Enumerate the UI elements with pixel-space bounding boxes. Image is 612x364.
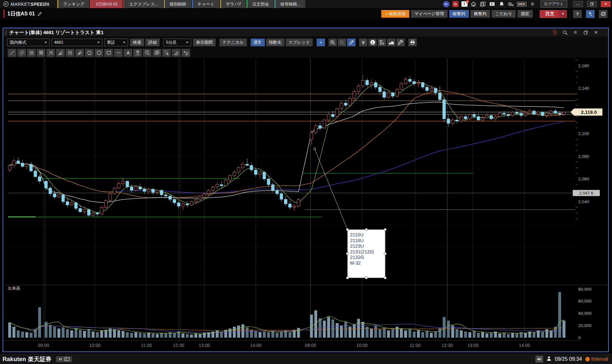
angle-lines-tool[interactable] bbox=[75, 49, 84, 57]
fan-lines-tool[interactable] bbox=[56, 49, 65, 57]
taskbar-buttons[interactable] bbox=[56, 356, 72, 362]
eraser-tool[interactable] bbox=[172, 49, 181, 57]
app-tab[interactable]: 保有銘柄... bbox=[274, 0, 305, 8]
mode-indexed-button[interactable]: 指数化 bbox=[266, 39, 284, 46]
period-button[interactable]: 表示期間 bbox=[193, 39, 216, 46]
app-restore-button[interactable] bbox=[587, 1, 597, 7]
print-button[interactable] bbox=[408, 39, 417, 46]
annotation-handle[interactable] bbox=[384, 228, 386, 231]
search-icon[interactable] bbox=[562, 29, 568, 36]
mode-normal-button[interactable]: 通常 bbox=[251, 39, 265, 46]
workspace-button[interactable]: こだわり bbox=[492, 10, 516, 18]
order-button[interactable]: 注文▼ bbox=[540, 10, 567, 18]
info-button[interactable]: i bbox=[368, 39, 377, 46]
fibonacci-arc-tool[interactable] bbox=[46, 49, 55, 57]
workspace-button[interactable]: マイページ管理 bbox=[411, 10, 448, 18]
parallel-lines-tool[interactable] bbox=[17, 49, 26, 57]
menu-icon[interactable]: ≡ bbox=[529, 1, 536, 7]
panel-view-icon[interactable] bbox=[64, 357, 70, 361]
annotation-handle[interactable] bbox=[346, 252, 349, 255]
diagonal-line-tool[interactable] bbox=[8, 49, 16, 57]
app-tab[interactable]: チャート bbox=[192, 0, 219, 8]
horizontal-lines-tool[interactable] bbox=[27, 49, 36, 57]
zoom-in-button[interactable] bbox=[329, 39, 337, 46]
market-select[interactable]: 国内株式 bbox=[7, 39, 50, 46]
add-compare-button[interactable]: ＋ bbox=[317, 39, 325, 46]
select-tool[interactable] bbox=[162, 49, 171, 57]
app-tab[interactable]: 注文照会 bbox=[246, 0, 274, 8]
interval-select[interactable]: 5分足 bbox=[163, 39, 191, 46]
candle-chart-icon[interactable] bbox=[452, 1, 459, 7]
dock-panel-icon[interactable] bbox=[489, 1, 496, 7]
workspace-button[interactable]: 固定 bbox=[517, 10, 533, 18]
annotation-handle[interactable] bbox=[365, 277, 368, 279]
app-close-button[interactable]: ✕ bbox=[601, 1, 611, 7]
settings-wrench-button[interactable] bbox=[396, 39, 405, 46]
edit-title-pencil-icon[interactable] bbox=[37, 12, 42, 16]
draw-pencil-button[interactable] bbox=[347, 39, 356, 46]
order-caret-icon[interactable]: ▼ bbox=[559, 10, 567, 18]
icon-stamp-tool[interactable]: ICON bbox=[133, 49, 142, 57]
window-restore-icon[interactable] bbox=[582, 29, 589, 36]
web-launch-icon[interactable]: WEB bbox=[517, 2, 526, 6]
annotation-handle[interactable] bbox=[346, 228, 349, 231]
text-tool[interactable]: A bbox=[124, 49, 132, 57]
chart-window-titlebar[interactable]: チャート(単体) 4681 リゾートトラスト 東1 1 ≡ ✕ bbox=[3, 28, 608, 37]
app-tab[interactable]: エクスプレス... bbox=[123, 0, 163, 8]
play-next-icon[interactable] bbox=[59, 357, 62, 361]
search-button[interactable]: 検索 bbox=[130, 39, 144, 46]
app-minimize-button[interactable]: — bbox=[573, 1, 583, 7]
time-marker-tool[interactable] bbox=[143, 49, 152, 57]
app-tab[interactable]: 個別銘柄 bbox=[164, 0, 191, 8]
drag-grip-icon[interactable] bbox=[5, 30, 7, 35]
workspace-button[interactable]: ＋画面追加 bbox=[381, 10, 409, 18]
annotation-handle[interactable] bbox=[365, 228, 368, 231]
exchange-select[interactable]: 東証 bbox=[104, 39, 128, 46]
chart-style-button[interactable] bbox=[387, 39, 395, 46]
market-chart-icon[interactable] bbox=[443, 1, 450, 7]
home-icon[interactable] bbox=[470, 1, 477, 7]
detail-button[interactable]: 詳細 bbox=[145, 39, 160, 46]
topbar-icon-row: !N ⚙⚙ WEB ≡ ログアウト — ✕ bbox=[443, 0, 612, 8]
ellipse-tool[interactable] bbox=[95, 49, 103, 57]
user-icon[interactable] bbox=[546, 356, 552, 362]
app-tab[interactable]: 1日信AS 01 bbox=[90, 0, 123, 8]
svg-text:13:00: 13:00 bbox=[467, 343, 478, 348]
window-menu-icon[interactable]: ≡ bbox=[572, 29, 579, 36]
copy-tool[interactable] bbox=[153, 49, 161, 57]
annotation-handle[interactable] bbox=[384, 252, 386, 255]
price-chart[interactable]: 2,1602,1402,1002,0802,0602,04080,00060,0… bbox=[3, 59, 607, 350]
logout-button[interactable]: ログアウト bbox=[541, 0, 567, 8]
add-window-icon[interactable] bbox=[480, 1, 486, 7]
window-close-icon[interactable]: ✕ bbox=[593, 29, 599, 36]
help-button[interactable]: ? bbox=[573, 10, 582, 18]
technical-button[interactable]: テクニカル bbox=[219, 39, 247, 46]
my-technical-button[interactable]: MY bbox=[378, 39, 386, 46]
workspace-button[interactable]: 横整列 bbox=[470, 10, 490, 18]
svg-text:0: 0 bbox=[578, 335, 581, 340]
popout-arrow-button[interactable] bbox=[586, 10, 595, 18]
interval-indicator[interactable]: Interval bbox=[585, 356, 608, 362]
bell-icon[interactable] bbox=[498, 1, 505, 7]
clear-all-tool[interactable]: A bbox=[181, 49, 190, 57]
mode-spread-button[interactable]: スプレッド bbox=[286, 39, 313, 46]
horizontal-line-tool[interactable] bbox=[114, 49, 123, 57]
yen-scale-button[interactable]: ¥ bbox=[359, 39, 367, 46]
settings-gears-icon[interactable]: ⚙⚙ bbox=[508, 1, 514, 7]
app-tab[interactable]: ザラバ7 bbox=[220, 0, 246, 8]
vertical-lines-tool[interactable] bbox=[66, 49, 74, 57]
rectangle-tool[interactable] bbox=[104, 49, 113, 57]
link-pin-icon[interactable]: 1 bbox=[552, 29, 558, 36]
annotation-handle[interactable] bbox=[384, 277, 386, 279]
annotation-textbox[interactable]: 2110U2116U2123U2131(2120)2132GM-32 bbox=[346, 228, 386, 279]
zoom-out-button[interactable] bbox=[338, 39, 346, 46]
mute-speaker-icon[interactable] bbox=[535, 356, 543, 363]
window-layout-button[interactable] bbox=[599, 10, 607, 18]
app-tab[interactable]: ランキング bbox=[57, 0, 89, 8]
dense-lines-tool[interactable] bbox=[37, 49, 45, 57]
workspace-button[interactable]: 縦整列 bbox=[449, 10, 469, 18]
pentagon-tool[interactable] bbox=[85, 49, 94, 57]
annotation-handle[interactable] bbox=[346, 277, 349, 279]
news-alert-icon[interactable]: !N bbox=[461, 1, 468, 7]
symbol-code-select[interactable]: 4681 bbox=[51, 39, 102, 46]
